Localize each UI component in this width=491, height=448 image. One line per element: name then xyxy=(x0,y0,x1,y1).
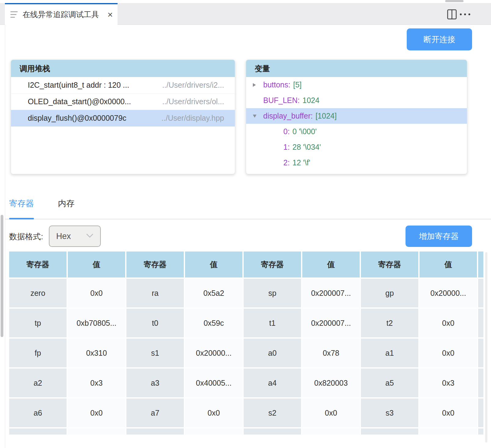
register-name-cell: s2 xyxy=(244,398,301,427)
register-value-cell: 0x5a2 xyxy=(185,279,242,307)
callstack-frame[interactable]: OLED_data_start()@0x0000...../User/drive… xyxy=(11,94,235,110)
debug-tool-screen: 在线异常追踪调试工具 × 断开连接 调用堆栈 I2C_start(uint8_t… xyxy=(0,0,491,448)
variable-value: 1024 xyxy=(302,96,319,105)
tabs-divider xyxy=(5,219,491,219)
register-value-cell: 0x0 xyxy=(420,339,477,367)
register-table-row-sliver xyxy=(478,398,483,427)
register-name-cell: s3 xyxy=(361,398,418,427)
register-name-cell: gp xyxy=(361,279,418,307)
callstack-panel: 调用堆栈 I2C_start(uint8_t addr : 120 ...../… xyxy=(11,60,235,174)
split-view-icon[interactable] xyxy=(447,9,457,21)
register-name-cell: t2 xyxy=(361,309,418,337)
callstack-list: I2C_start(uint8_t addr : 120 ...../User/… xyxy=(11,77,235,127)
register-value-cell xyxy=(302,428,360,435)
register-name-cell: t0 xyxy=(126,309,184,337)
variable-row[interactable]: BUF_LEN:1024 xyxy=(246,93,467,108)
frame-file: ../User/display.hpp xyxy=(162,114,224,123)
register-name-cell xyxy=(9,428,67,435)
register-value-cell: 0x0 xyxy=(420,309,477,337)
register-name-cell: ra xyxy=(126,279,184,307)
register-value-cell: 0x0 xyxy=(185,398,242,427)
register-table-header-cell: 值 xyxy=(420,252,477,277)
add-register-button[interactable]: 增加寄存器 xyxy=(406,226,472,247)
register-value-cell: 0x3 xyxy=(420,369,477,397)
frame-file: ../User/drivers/i2... xyxy=(162,81,224,90)
register-value-cell: 0x200007... xyxy=(302,309,360,337)
variable-name: 2: xyxy=(283,158,290,167)
register-name-cell xyxy=(126,428,184,435)
content-left-border xyxy=(5,25,5,448)
register-table-row-sliver xyxy=(478,279,483,307)
register-value-cell xyxy=(185,428,242,435)
tree-toggle-icon[interactable] xyxy=(253,83,263,87)
register-value-cell: 0x59c xyxy=(185,309,242,337)
register-table-header-cell: 寄存器 xyxy=(361,252,418,277)
register-name-cell: a3 xyxy=(126,369,184,397)
register-name-cell: t1 xyxy=(244,309,301,337)
vertical-scrollbar-track[interactable] xyxy=(485,252,487,442)
register-table-header-cell: 值 xyxy=(68,252,125,277)
register-name-cell: fp xyxy=(9,339,67,367)
variable-row[interactable]: 2:12 '\f' xyxy=(246,155,467,171)
data-format-value: Hex xyxy=(56,232,71,241)
register-name-cell: a1 xyxy=(361,339,418,367)
register-name-cell: zero xyxy=(9,279,67,307)
chevron-down-icon xyxy=(86,233,93,239)
register-name-cell: a0 xyxy=(244,339,301,367)
register-value-cell: 0x0 xyxy=(420,398,477,427)
register-table-header-cell: 寄存器 xyxy=(244,252,301,277)
register-name-cell: a7 xyxy=(126,398,184,427)
variable-row[interactable]: buttons:[5] xyxy=(246,77,467,93)
active-tab-underline xyxy=(9,218,34,219)
register-table-row-sliver xyxy=(478,309,483,337)
register-value-cell: 0x20000... xyxy=(185,339,242,367)
register-table-header-cell: 值 xyxy=(302,252,360,277)
variable-name: display_buffer: xyxy=(263,112,313,120)
tab-title: 在线异常追踪调试工具 xyxy=(23,9,99,20)
register-value-cell: 0x200007... xyxy=(302,279,360,307)
variables-list: buttons:[5]BUF_LEN:1024display_buffer:[1… xyxy=(246,77,467,171)
disconnect-button[interactable]: 断开连接 xyxy=(407,28,472,50)
register-name-cell: a2 xyxy=(9,369,67,397)
variable-value: 28 '\034' xyxy=(293,143,321,152)
data-format-label: 数据格式: xyxy=(9,231,43,242)
frame-function: I2C_start(uint8_t addr : 120 ... xyxy=(28,81,129,90)
variables-panel: 变量 buttons:[5]BUF_LEN:1024display_buffer… xyxy=(246,60,467,174)
register-table-header-sliver xyxy=(478,252,483,277)
tree-toggle-icon[interactable] xyxy=(253,115,263,118)
frame-function: display_flush()@0x0000079c xyxy=(28,114,126,123)
tab-memory[interactable]: 内存 xyxy=(58,198,75,209)
variable-value: [5] xyxy=(293,80,302,89)
vertical-scrollbar-thumb[interactable] xyxy=(1,215,3,337)
callstack-frame[interactable]: display_flush()@0x0000079c../User/displa… xyxy=(11,110,235,127)
more-options-icon[interactable] xyxy=(460,13,470,15)
variable-row[interactable]: 1:28 '\034' xyxy=(246,139,467,155)
close-icon[interactable]: × xyxy=(107,10,113,19)
register-value-cell: 0x40005... xyxy=(185,369,242,397)
variable-value: 12 '\f' xyxy=(293,158,310,167)
callstack-frame[interactable]: I2C_start(uint8_t addr : 120 ...../User/… xyxy=(11,77,235,94)
register-name-cell: a4 xyxy=(244,369,301,397)
register-table-row-sliver xyxy=(478,369,483,397)
register-table-row-sliver xyxy=(478,428,483,435)
register-name-cell: a6 xyxy=(9,398,67,427)
data-format-select[interactable]: Hex xyxy=(49,226,101,247)
register-value-cell: 0x0 xyxy=(68,279,125,307)
register-value-cell xyxy=(420,428,477,435)
callstack-panel-title: 调用堆栈 xyxy=(11,60,235,77)
register-value-cell xyxy=(68,428,125,435)
variable-row[interactable]: display_buffer:[1024] xyxy=(246,108,467,124)
register-value-cell: 0x820003 xyxy=(302,369,360,397)
register-name-cell xyxy=(361,428,418,435)
register-value-cell: 0x78 xyxy=(302,339,360,367)
tab-registers[interactable]: 寄存器 xyxy=(9,198,34,209)
list-icon xyxy=(10,11,18,18)
tab-online-exception-debug[interactable]: 在线异常追踪调试工具 × xyxy=(5,3,118,25)
horizontal-scrollbar-thumb[interactable] xyxy=(445,0,464,2)
register-table-header-cell: 寄存器 xyxy=(9,252,67,277)
variable-row[interactable]: 0:0 '\000' xyxy=(246,124,467,139)
register-table-header-cell: 值 xyxy=(185,252,242,277)
register-name-cell xyxy=(244,428,301,435)
register-value-cell: 0x3 xyxy=(68,369,125,397)
variable-name: 1: xyxy=(283,143,290,152)
